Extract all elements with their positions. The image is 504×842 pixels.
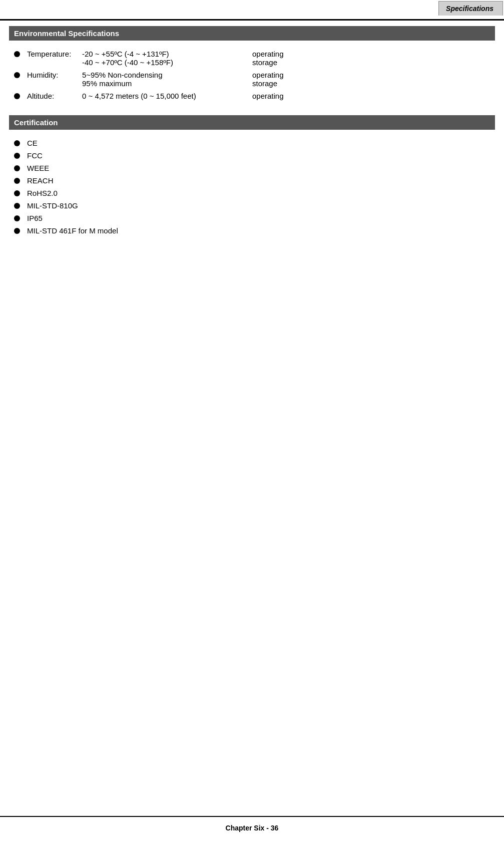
spec-type: storage (252, 79, 277, 88)
list-item: Humidity: 5~95% Non-condensing operating… (9, 71, 495, 88)
list-item: IP65 (9, 214, 495, 222)
list-item: Temperature: -20 ~ +55ºC (-4 ~ +131ºF) o… (9, 50, 495, 67)
spec-type: operating (252, 50, 284, 58)
certification-section: Certification CEFCCWEEEREACHRoHS2.0MIL-S… (9, 115, 495, 235)
environmental-list: Temperature: -20 ~ +55ºC (-4 ~ +131ºF) o… (9, 50, 495, 100)
cert-item-label: FCC (27, 151, 43, 160)
spec-row-temperature: Temperature: -20 ~ +55ºC (-4 ~ +131ºF) o… (27, 50, 284, 67)
spec-line: -40 ~ +70ºC (-40 ~ +158ºF) storage (27, 58, 284, 67)
cert-item-label: WEEE (27, 164, 49, 172)
spec-value: 5~95% Non-condensing (82, 71, 242, 79)
spec-line: Humidity: 5~95% Non-condensing operating (27, 71, 284, 79)
environmental-section: Environmental Specifications Temperature… (9, 26, 495, 100)
spec-value: -40 ~ +70ºC (-40 ~ +158ºF) (82, 58, 242, 67)
list-item: MIL-STD 461F for M model (9, 226, 495, 235)
spec-value: 0 ~ 4,572 meters (0 ~ 15,000 feet) (82, 92, 242, 100)
bullet-icon (14, 203, 20, 209)
spec-label: Temperature: (27, 50, 82, 58)
cert-item-label: CE (27, 139, 38, 147)
list-item: CE (9, 139, 495, 147)
bullet-icon (14, 153, 20, 159)
list-item: WEEE (9, 164, 495, 172)
spec-value: 95% maximum (82, 79, 242, 88)
cert-item-label: IP65 (27, 214, 43, 222)
spec-label: Humidity: (27, 71, 82, 79)
certification-header: Certification (9, 115, 495, 130)
cert-item-label: REACH (27, 176, 54, 185)
top-border (0, 19, 504, 21)
page-footer: Chapter Six - 36 (0, 824, 504, 832)
spec-line: Temperature: -20 ~ +55ºC (-4 ~ +131ºF) o… (27, 50, 284, 58)
list-item: FCC (9, 151, 495, 160)
cert-item-label: RoHS2.0 (27, 189, 58, 197)
cert-item-label: MIL-STD-810G (27, 201, 78, 210)
spec-line: 95% maximum storage (27, 79, 284, 88)
bullet-icon (14, 140, 20, 146)
bullet-icon (14, 72, 20, 78)
spec-row-humidity: Humidity: 5~95% Non-condensing operating… (27, 71, 284, 88)
bullet-icon (14, 93, 20, 99)
spec-type: operating (252, 71, 284, 79)
spec-label: Altitude: (27, 92, 82, 100)
spec-line: Altitude: 0 ~ 4,572 meters (0 ~ 15,000 f… (27, 92, 284, 100)
cert-item-label: MIL-STD 461F for M model (27, 226, 118, 235)
list-item: REACH (9, 176, 495, 185)
list-item: MIL-STD-810G (9, 201, 495, 210)
bullet-icon (14, 215, 20, 221)
list-item: Altitude: 0 ~ 4,572 meters (0 ~ 15,000 f… (9, 92, 495, 100)
spec-type: operating (252, 92, 284, 100)
bottom-border (0, 816, 504, 817)
spec-type: storage (252, 58, 277, 67)
page-tab: Specifications (438, 1, 503, 16)
bullet-icon (14, 190, 20, 196)
list-item: RoHS2.0 (9, 189, 495, 197)
bullet-icon (14, 178, 20, 184)
bullet-icon (14, 165, 20, 171)
spec-value: -20 ~ +55ºC (-4 ~ +131ºF) (82, 50, 242, 58)
spec-row-altitude: Altitude: 0 ~ 4,572 meters (0 ~ 15,000 f… (27, 92, 284, 100)
bullet-icon (14, 228, 20, 234)
certification-list: CEFCCWEEEREACHRoHS2.0MIL-STD-810GIP65MIL… (9, 139, 495, 235)
bullet-icon (14, 51, 20, 57)
environmental-header: Environmental Specifications (9, 26, 495, 41)
